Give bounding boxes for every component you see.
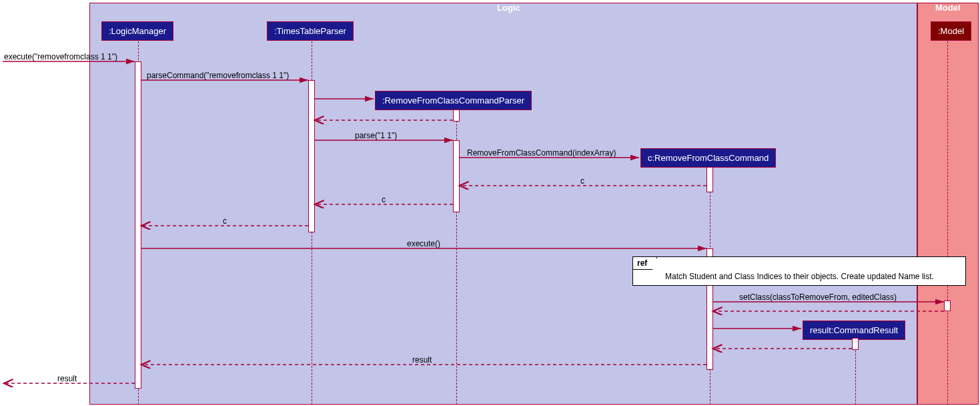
msg-setclass: setClass(classToRemoveFrom, editedClass)	[739, 292, 897, 302]
participant-logicmanager: :LogicManager	[101, 21, 173, 41]
participant-model: :Model	[931, 21, 971, 41]
msg-return-result1: result	[412, 355, 432, 365]
activation-removecmd-1	[706, 167, 713, 192]
participant-removeparser: :RemoveFromClassCommandParser	[375, 91, 532, 110]
participant-cmdresult: result:CommandResult	[803, 321, 905, 340]
msg-execute: execute()	[407, 239, 440, 248]
msg-return-c2: c	[382, 195, 386, 204]
lifeline-model	[947, 41, 948, 405]
activation-logicmanager	[135, 61, 141, 389]
frame-logic	[89, 3, 917, 405]
activation-removeparser-2	[453, 140, 460, 212]
msg-execute-in: execute("removefromclass 1 1")	[4, 52, 117, 61]
msg-return-c1: c	[580, 176, 584, 186]
participant-timestableparser: :TimesTableParser	[267, 21, 354, 41]
activation-removeparser-1	[453, 110, 460, 122]
msg-return-c3: c	[223, 216, 227, 226]
msg-parsecommand: parseCommand("removefromclass 1 1")	[147, 71, 289, 80]
msg-parse: parse("1 1")	[355, 131, 397, 140]
lifeline-cmdresult	[855, 341, 856, 405]
msg-return-result2: result	[57, 374, 77, 383]
activation-timestableparser	[308, 80, 315, 232]
msg-removefromclasscommand: RemoveFromClassCommand(indexArray)	[467, 148, 616, 158]
ref-text: Match Student and Class Indices to their…	[665, 272, 934, 281]
activation-cmdresult	[852, 338, 859, 350]
ref-label: ref	[633, 257, 657, 270]
participant-removecmd: c:RemoveFromClassCommand	[640, 148, 776, 168]
ref-fragment: ref Match Student and Class Indices to t…	[632, 256, 966, 286]
activation-model	[944, 300, 951, 311]
frame-logic-title: Logic	[497, 3, 520, 13]
frame-model	[917, 3, 979, 405]
frame-model-title: Model	[935, 3, 961, 13]
